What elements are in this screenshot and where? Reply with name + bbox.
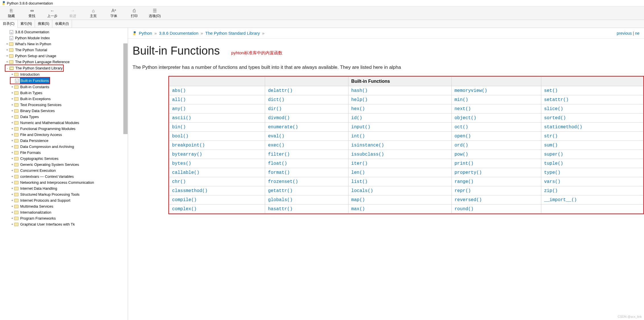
function-link[interactable]: exec()	[268, 143, 284, 148]
function-link[interactable]: object()	[455, 115, 476, 121]
expand-icon[interactable]: +	[5, 59, 9, 65]
breadcrumb-link[interactable]: Python	[139, 31, 152, 36]
expand-icon[interactable]: +	[10, 150, 14, 156]
tab-contents[interactable]: 目录(C)	[0, 20, 18, 28]
back-button[interactable]: ←上一步	[42, 7, 63, 20]
tree-item[interactable]: +Introduction	[0, 71, 128, 77]
font-button[interactable]: Aᵃ字体	[104, 7, 124, 20]
tab-search[interactable]: 搜索(S)	[35, 20, 52, 28]
function-link[interactable]: round()	[455, 207, 474, 212]
tree-item[interactable]: +Binary Data Services	[0, 108, 128, 114]
function-link[interactable]: property()	[455, 170, 482, 175]
function-link[interactable]: oct()	[455, 125, 468, 130]
function-link[interactable]: hex()	[351, 106, 365, 112]
function-link[interactable]: bin()	[172, 125, 186, 130]
function-link[interactable]: tuple()	[544, 161, 563, 166]
hide-button[interactable]: ⎘隐藏	[1, 7, 22, 20]
print-button[interactable]: ⎙打印	[124, 7, 145, 20]
function-link[interactable]: callable()	[172, 170, 199, 175]
expand-icon[interactable]: +	[10, 126, 14, 132]
tree-item[interactable]: -The Python Standard Library	[0, 65, 128, 71]
tree-item[interactable]: +Built-in Constants	[0, 84, 128, 90]
breadcrumb-link[interactable]: 3.8.6 Documentation	[159, 31, 198, 36]
prev-link[interactable]: previous	[617, 31, 632, 36]
function-link[interactable]: str()	[544, 134, 558, 139]
tree-item[interactable]: Built-in Functions	[0, 77, 128, 84]
function-link[interactable]: filter()	[268, 152, 290, 157]
expand-icon[interactable]: +	[10, 215, 14, 221]
tree-item[interactable]: +Internet Data Handling	[0, 185, 128, 191]
tree-item[interactable]: +File Formats	[0, 150, 128, 156]
function-link[interactable]: type()	[544, 170, 561, 175]
function-link[interactable]: print()	[455, 161, 474, 166]
expand-icon[interactable]: +	[10, 179, 14, 185]
tab-index[interactable]: 索引(N)	[18, 20, 35, 28]
expand-icon[interactable]: +	[10, 96, 14, 102]
function-link[interactable]: dir()	[268, 106, 282, 112]
options-button[interactable]: ☰选项(O)	[145, 7, 165, 20]
function-link[interactable]: complex()	[172, 207, 197, 212]
tree-item[interactable]: 3.8.6 Documentation	[0, 29, 128, 35]
expand-icon[interactable]: +	[10, 209, 14, 215]
function-link[interactable]: vars()	[544, 179, 561, 184]
expand-icon[interactable]: +	[10, 108, 14, 114]
expand-icon[interactable]: +	[10, 84, 14, 90]
function-link[interactable]: divmod()	[268, 115, 290, 121]
expand-icon[interactable]: +	[10, 203, 14, 209]
tree-item[interactable]: +Python Setup and Usage	[0, 53, 128, 59]
expand-icon[interactable]: +	[10, 144, 14, 150]
function-link[interactable]: pow()	[455, 152, 468, 157]
function-link[interactable]: len()	[351, 170, 365, 175]
function-link[interactable]: eval()	[268, 134, 284, 139]
tree-item[interactable]: +Functional Programming Modules	[0, 126, 128, 132]
function-link[interactable]: any()	[172, 106, 186, 112]
function-link[interactable]: classmethod()	[172, 188, 208, 193]
function-link[interactable]: format()	[268, 170, 290, 175]
function-link[interactable]: getattr()	[268, 188, 292, 193]
tree-item[interactable]: +Internationalization	[0, 209, 128, 215]
tree-item[interactable]: +Networking and Interprocess Communicati…	[0, 179, 128, 185]
tree-item[interactable]: +Program Frameworks	[0, 215, 128, 221]
tree-item[interactable]: +Generic Operating System Services	[0, 162, 128, 168]
tree-item[interactable]: +File and Directory Access	[0, 132, 128, 138]
function-link[interactable]: globals()	[268, 197, 292, 203]
expand-icon[interactable]: +	[10, 185, 14, 191]
function-link[interactable]: __import__()	[544, 197, 577, 203]
tree-item[interactable]: +Multimedia Services	[0, 203, 128, 209]
function-link[interactable]: iter()	[351, 161, 368, 166]
function-link[interactable]: id()	[351, 115, 362, 121]
expand-icon[interactable]: +	[10, 71, 14, 77]
function-link[interactable]: max()	[351, 207, 365, 212]
tree-item[interactable]: +contextvars — Context Variables	[0, 174, 128, 179]
function-link[interactable]: bool()	[172, 134, 189, 139]
function-link[interactable]: locals()	[351, 188, 373, 193]
tree-item[interactable]: +Data Persistence	[0, 138, 128, 144]
tree-item[interactable]: +What's New in Python	[0, 41, 128, 47]
function-link[interactable]: open()	[455, 134, 471, 139]
function-link[interactable]: sorted()	[544, 115, 566, 121]
expand-icon[interactable]: +	[10, 120, 14, 126]
tree-item[interactable]: +Numeric and Mathematical Modules	[0, 120, 128, 126]
expand-icon[interactable]: +	[10, 90, 14, 96]
function-link[interactable]: bytearray()	[172, 152, 202, 157]
function-link[interactable]: set()	[544, 88, 558, 93]
tree-item[interactable]: Python Module Index	[0, 35, 128, 41]
expand-icon[interactable]: +	[5, 53, 9, 59]
expand-icon[interactable]: +	[10, 168, 14, 174]
function-link[interactable]: staticmethod()	[544, 125, 582, 130]
function-link[interactable]: next()	[455, 106, 471, 112]
function-link[interactable]: ord()	[455, 143, 468, 148]
tree-item[interactable]: +The Python Tutorial	[0, 47, 128, 53]
tree-item[interactable]: +Structured Markup Processing Tools	[0, 191, 128, 197]
function-link[interactable]: reversed()	[455, 197, 482, 203]
tree-item[interactable]: +Concurrent Execution	[0, 168, 128, 174]
function-link[interactable]: zip()	[544, 188, 558, 193]
function-link[interactable]: map()	[351, 197, 365, 203]
function-link[interactable]: int()	[351, 134, 365, 139]
function-link[interactable]: compile()	[172, 197, 197, 203]
function-link[interactable]: min()	[455, 97, 468, 102]
function-link[interactable]: list()	[351, 179, 368, 184]
expand-icon[interactable]: -	[5, 65, 9, 71]
tree-item[interactable]: +Internet Protocols and Support	[0, 197, 128, 203]
function-link[interactable]: bytes()	[172, 161, 191, 166]
